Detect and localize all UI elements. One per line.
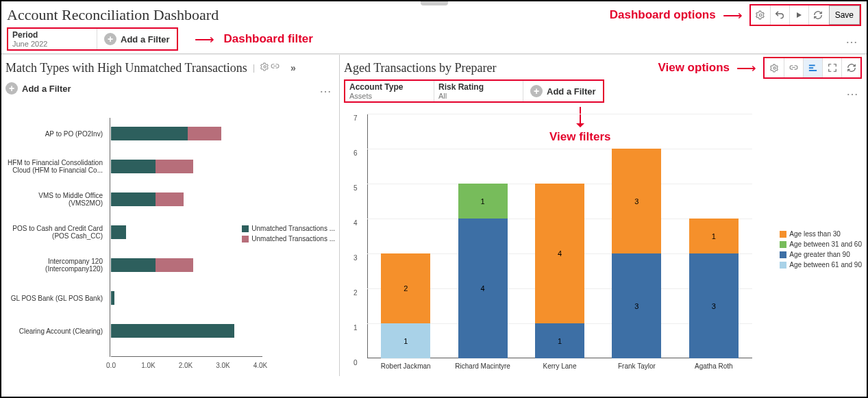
window-grip[interactable]	[421, 1, 448, 5]
bar-segment[interactable]	[111, 160, 156, 173]
ellipsis-icon[interactable]: …	[319, 82, 332, 96]
divider: |	[253, 63, 255, 73]
svg-rect-5	[809, 70, 817, 71]
gear-icon[interactable]	[751, 5, 770, 25]
legend-item: Age between 61 and 90	[780, 261, 862, 269]
bar-segment[interactable]	[111, 225, 126, 239]
x-tick-label: 4.0K	[253, 362, 268, 369]
bar-segment[interactable]: 1	[535, 323, 584, 358]
ellipsis-icon[interactable]: …	[846, 84, 859, 99]
category-label: Robert Jackman	[367, 358, 444, 370]
view-filter-box: Account Type Assets Risk Rating All + Ad…	[344, 79, 604, 103]
undo-icon[interactable]	[770, 5, 789, 25]
refresh-icon[interactable]	[808, 5, 828, 25]
legend-item: Unmatched Transactions ...	[242, 225, 335, 232]
category-label: Clearing Account (Clearing)	[5, 327, 107, 335]
bar-segment[interactable]: 4	[535, 184, 584, 323]
filter-period[interactable]: Period June 2022	[8, 29, 97, 49]
bar-segment[interactable]	[156, 192, 184, 206]
legend: Unmatched Transactions ... Unmatched Tra…	[242, 225, 335, 245]
bar-segment[interactable]: 3	[612, 253, 661, 358]
category-label: AP to PO (PO2Inv)	[5, 130, 107, 138]
link-icon[interactable]	[271, 62, 280, 73]
link-icon[interactable]	[784, 58, 803, 77]
category-label: POS to Cash and Credit Card (POS Cash_CC…	[5, 225, 107, 240]
bar-segment[interactable]	[156, 258, 193, 272]
svg-point-0	[759, 14, 762, 16]
refresh-icon[interactable]	[841, 58, 860, 77]
bar-segment[interactable]	[111, 324, 234, 338]
x-tick-label: 0.0	[106, 362, 116, 369]
play-icon[interactable]	[789, 5, 808, 25]
bar-segment[interactable]	[111, 258, 156, 272]
right-chart: View filters 12Robert Jackman41Richard M…	[344, 114, 862, 376]
add-filter-button[interactable]: + Add a Filter	[523, 82, 603, 100]
chart-column: 41Richard Macintyre	[444, 114, 521, 358]
category-label: GL POS Bank (GL POS Bank)	[5, 295, 107, 302]
x-tick-label: 2.0K	[179, 362, 193, 369]
filter-risk-rating[interactable]: Risk Rating All	[434, 81, 523, 101]
chart-column: 14Kerry Lane	[521, 114, 598, 358]
period-value: June 2022	[12, 40, 90, 48]
legend-item: Age greater than 90	[780, 251, 862, 258]
gear-icon[interactable]	[765, 58, 784, 77]
bar-segment[interactable]: 1	[381, 323, 430, 358]
legend-item: Unmatched Transactions ...	[242, 235, 335, 242]
view-title-right: Aged Transactions by Preparer	[344, 61, 496, 75]
bar-segment[interactable]: 4	[458, 219, 508, 358]
y-tick-label: 4	[354, 219, 358, 227]
account-type-label: Account Type	[349, 82, 427, 92]
bar-chart-icon[interactable]	[803, 58, 822, 77]
category-label: VMS to Middle Office (VMS2MO)	[5, 192, 107, 207]
expand-icon[interactable]	[822, 58, 841, 77]
save-button[interactable]: Save	[829, 5, 860, 25]
add-filter-label: Add a Filter	[121, 34, 170, 45]
category-label: Richard Macintyre	[444, 358, 521, 370]
category-label: Kerry Lane	[521, 358, 598, 370]
add-filter-label: Add a Filter	[22, 84, 71, 94]
bar-segment[interactable]	[111, 291, 114, 305]
view-title-left: Match Types with High Unmatched Transact…	[5, 61, 247, 75]
gear-icon[interactable]	[260, 62, 269, 73]
chart-row: VMS to Middle Office (VMS2MO)	[1, 184, 339, 215]
svg-point-1	[264, 66, 266, 68]
plus-circle-icon: +	[530, 85, 543, 97]
plus-circle-icon: +	[104, 33, 116, 45]
bar-segment[interactable]	[156, 160, 193, 173]
add-filter-label: Add a Filter	[547, 86, 596, 97]
bar-segment[interactable]	[111, 192, 156, 206]
x-axis	[111, 356, 262, 357]
chevrons-right-icon[interactable]: »	[285, 62, 301, 73]
bar-segment[interactable]: 3	[612, 149, 661, 253]
view-options-box	[763, 57, 862, 79]
svg-point-2	[773, 66, 775, 69]
bar-segment[interactable]: 3	[689, 253, 739, 358]
bar-segment[interactable]: 1	[689, 219, 739, 253]
add-filter-button[interactable]: + Add a Filter	[5, 79, 78, 97]
left-chart: AP to PO (PO2Inv)HFM to Financial Consol…	[1, 108, 339, 376]
bar-segment[interactable]: 1	[458, 184, 508, 219]
legend-item: Age less than 30	[780, 230, 862, 238]
chart-row: Intercompany 120 (Intercompany120)	[1, 249, 339, 281]
chart-row: HFM to Financial Consolidation Cloud (HF…	[1, 151, 339, 182]
filter-account-type[interactable]: Account Type Assets	[345, 81, 434, 101]
arrow-right-icon: ⟶	[723, 7, 743, 23]
risk-rating-label: Risk Rating	[438, 82, 516, 92]
y-tick-label: 1	[354, 324, 358, 332]
bar-segment[interactable]: 2	[381, 253, 430, 323]
period-label: Period	[12, 30, 90, 40]
bar-segment[interactable]	[188, 127, 221, 140]
plus-circle-icon: +	[5, 82, 18, 95]
arrow-right-icon: ⟶	[736, 60, 756, 76]
ellipsis-icon[interactable]: …	[845, 32, 858, 47]
y-tick-label: 6	[354, 149, 358, 157]
bar-segment[interactable]	[111, 127, 188, 140]
legend-item: Age between 31 and 60	[780, 240, 862, 248]
y-tick-label: 2	[354, 289, 358, 297]
chart-column: 31Agatha Roth	[675, 114, 752, 358]
y-tick-label: 7	[354, 114, 358, 122]
x-tick-label: 1.0K	[141, 362, 156, 369]
category-label: Agatha Roth	[675, 358, 752, 370]
add-filter-button[interactable]: + Add a Filter	[97, 30, 177, 48]
dashboard-filter-box: Period June 2022 + Add a Filter	[7, 27, 178, 51]
